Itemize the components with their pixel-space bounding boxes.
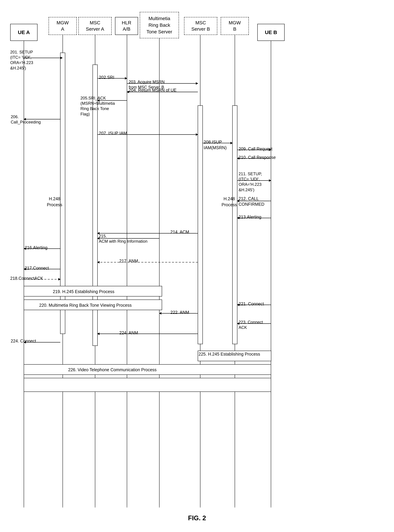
entity-mgw-b: MGWB xyxy=(221,17,249,35)
msg-211: 211. SETUP,(ITC= 'UDI',ORA='H.223&H.245'… xyxy=(238,171,262,192)
entity-msc-a: MSCServer A xyxy=(78,17,112,35)
svg-marker-17 xyxy=(196,82,198,85)
msg-214: 214. ACM xyxy=(171,230,189,235)
svg-marker-27 xyxy=(230,142,233,144)
msg-222: 222. ANM xyxy=(171,310,189,315)
msg-216: 216.Alerting xyxy=(25,245,47,250)
msg-202: 202.SRI xyxy=(99,75,114,80)
msg-213: 213.Alerting xyxy=(238,215,261,220)
msg-226: 226. Video Telephone Communication Proce… xyxy=(68,367,157,372)
svg-marker-13 xyxy=(60,57,63,59)
h248-process-left: H.248Process xyxy=(47,196,62,208)
msg-204: 204. Return MSRN of UE xyxy=(129,88,176,93)
diagram-container: UE A MGWA MSCServer A HLRA/B MultimetiaR… xyxy=(0,0,394,532)
msg-217-anm: 217. ANM xyxy=(119,259,138,263)
msg-212: 212. CALLCONFIRMED xyxy=(238,196,264,207)
msg-201: 201. SETUP(ITC= 'UDI',ORA='H.223&H.245') xyxy=(10,49,33,71)
msg-224-anm: 224. ANM xyxy=(119,330,138,335)
entity-hlr: HLRA/B xyxy=(115,17,138,35)
msg-225: 225. H.245 Establishing Process xyxy=(198,352,260,357)
msg-207: 207. ISUP IAM xyxy=(99,131,127,136)
msg-224-connect: 224. Connect xyxy=(11,338,36,343)
svg-marker-59 xyxy=(97,332,99,335)
svg-marker-55 xyxy=(159,312,161,315)
entity-ue-b: UE B xyxy=(257,24,285,41)
svg-marker-33 xyxy=(269,179,271,182)
svg-marker-25 xyxy=(196,133,198,136)
msg-217-connect: 217.Connect xyxy=(25,266,49,271)
entity-mrbt: MultimetiaRing BackTone Server xyxy=(140,12,179,38)
svg-marker-49 xyxy=(58,278,61,281)
msg-221: 221. Connect xyxy=(238,302,264,306)
msg-208: 208.ISUPIAM(MSRN) xyxy=(204,139,227,150)
svg-marker-15 xyxy=(125,77,127,80)
msg-218: 218.ConnectACK xyxy=(10,276,43,281)
svg-rect-10 xyxy=(198,106,203,344)
msg-220: 220. Multimetia Ring Back Tone Viewing P… xyxy=(39,303,132,308)
msg-209: 209. Call Request xyxy=(238,146,273,151)
msg-205: 205.SRI_ACK(MSRN+MultimetiaRing Back Ton… xyxy=(80,95,115,117)
msg-219: 219. H.245 Establishing Process xyxy=(53,289,114,294)
entity-mgw-a: MGWA xyxy=(49,17,77,35)
h248-process-right: H.248Process xyxy=(222,196,237,208)
arrows-svg xyxy=(0,0,394,532)
msg-206: 206.Call_Proceeding xyxy=(11,114,41,125)
msg-223: 223. ConnectACK xyxy=(238,319,263,330)
entity-msc-b: MSCServer B xyxy=(184,17,217,35)
msg-210: 210. Call Response xyxy=(238,155,276,160)
msg-215: 215.ACM with Ring Information xyxy=(99,233,147,244)
svg-marker-45 xyxy=(97,261,99,263)
entity-ue-a: UE A xyxy=(10,24,37,41)
svg-rect-64 xyxy=(24,378,271,392)
fig-caption: FIG. 2 xyxy=(188,514,206,522)
svg-rect-11 xyxy=(233,106,237,344)
